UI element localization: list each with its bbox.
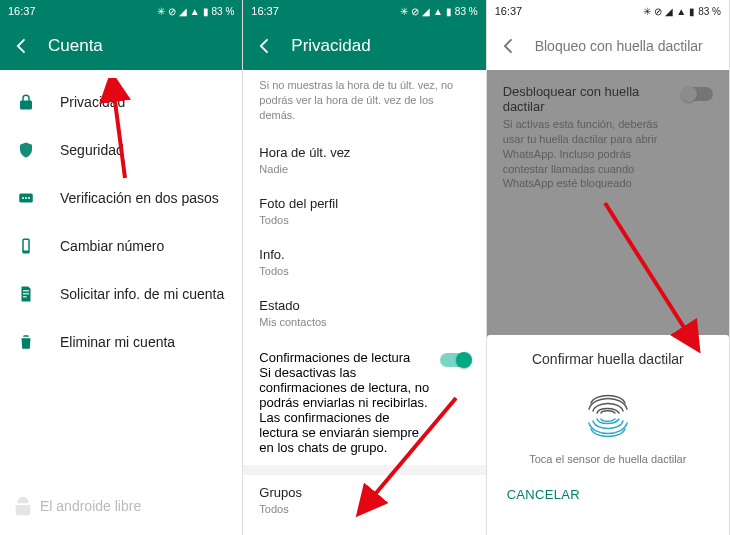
back-icon[interactable] bbox=[499, 36, 519, 56]
list-item-label: Cambiar número bbox=[60, 238, 164, 254]
fingerprint-sheet: Confirmar huella dactilar bbox=[487, 335, 729, 535]
svg-rect-5 bbox=[24, 240, 29, 251]
list-item-two-step[interactable]: Verificación en dos pasos bbox=[0, 174, 242, 222]
battery-icon: ▮ bbox=[203, 6, 209, 17]
privacy-list: Si no muestras la hora de tu últ. vez, n… bbox=[243, 70, 485, 535]
status-bar: 16:37 ✳ ⊘ ◢ ▲ ▮ 83 % bbox=[0, 0, 242, 22]
status-battery: 83 % bbox=[698, 6, 721, 17]
status-battery: 83 % bbox=[212, 6, 235, 17]
priv-item-profile-photo[interactable]: Foto del perfil Todos bbox=[243, 186, 485, 237]
priv-title: Confirmaciones de lectura bbox=[259, 350, 429, 365]
wifi-icon: ▲ bbox=[433, 6, 443, 17]
list-item-delete-account[interactable]: Eliminar mi cuenta bbox=[0, 318, 242, 366]
priv-title: Foto del perfil bbox=[259, 196, 469, 211]
svg-point-1 bbox=[22, 197, 24, 199]
status-battery: 83 % bbox=[455, 6, 478, 17]
list-item-label: Eliminar mi cuenta bbox=[60, 334, 175, 350]
status-right: ✳ ⊘ ◢ ▲ ▮ 83 % bbox=[400, 6, 478, 17]
priv-item-groups[interactable]: Grupos Todos bbox=[243, 475, 485, 526]
status-time: 16:37 bbox=[495, 5, 523, 17]
sheet-title: Confirmar huella dactilar bbox=[532, 351, 684, 367]
priv-item-info[interactable]: Info. Todos bbox=[243, 237, 485, 288]
page-title: Privacidad bbox=[291, 36, 370, 56]
list-item-change-number[interactable]: Cambiar número bbox=[0, 222, 242, 270]
priv-item-read-receipts[interactable]: Confirmaciones de lectura Si desactivas … bbox=[243, 340, 485, 465]
shield-icon bbox=[16, 140, 36, 160]
page-title: Bloqueo con huella dactilar bbox=[535, 38, 703, 54]
priv-sub: Nadie bbox=[259, 162, 469, 176]
svg-point-2 bbox=[25, 197, 27, 199]
priv-title: Hora de últ. vez bbox=[259, 145, 469, 160]
page-title: Cuenta bbox=[48, 36, 103, 56]
bluetooth-icon: ✳ bbox=[400, 6, 408, 17]
dnd-icon: ⊘ bbox=[654, 6, 662, 17]
sheet-text: Toca el sensor de huella dactilar bbox=[529, 453, 686, 465]
trash-icon bbox=[16, 332, 36, 352]
back-icon[interactable] bbox=[255, 36, 275, 56]
priv-sub: Mis contactos bbox=[259, 315, 469, 329]
priv-title: Grupos bbox=[259, 485, 469, 500]
list-item-label: Solicitar info. de mi cuenta bbox=[60, 286, 224, 302]
status-time: 16:37 bbox=[8, 5, 36, 17]
status-right: ✳ ⊘ ◢ ▲ ▮ 83 % bbox=[157, 6, 235, 17]
phone-icon bbox=[16, 236, 36, 256]
signal-icon: ◢ bbox=[665, 6, 673, 17]
svg-rect-7 bbox=[23, 293, 29, 294]
list-item-seguridad[interactable]: Seguridad bbox=[0, 126, 242, 174]
status-bar: 16:37 ✳ ⊘ ◢ ▲ ▮ 83 % bbox=[487, 0, 729, 22]
two-step-icon bbox=[16, 188, 36, 208]
status-right: ✳ ⊘ ◢ ▲ ▮ 83 % bbox=[643, 6, 721, 17]
svg-rect-6 bbox=[23, 290, 29, 291]
priv-title: Estado bbox=[259, 298, 469, 313]
priv-sub: Todos bbox=[259, 213, 469, 227]
lock-icon bbox=[16, 92, 36, 112]
cancel-button[interactable]: CANCELAR bbox=[503, 479, 584, 510]
watermark-text: El androide libre bbox=[40, 498, 141, 514]
toggle-on[interactable] bbox=[440, 353, 470, 367]
priv-sub: Todos bbox=[259, 502, 469, 516]
bluetooth-icon: ✳ bbox=[157, 6, 165, 17]
svg-rect-8 bbox=[23, 296, 27, 297]
watermark: El androide libre bbox=[12, 495, 141, 517]
priv-item-status[interactable]: Estado Mis contactos bbox=[243, 288, 485, 339]
list-item-label: Verificación en dos pasos bbox=[60, 190, 219, 206]
battery-icon: ▮ bbox=[689, 6, 695, 17]
android-icon bbox=[12, 495, 34, 517]
privacy-note: Si no muestras la hora de tu últ. vez, n… bbox=[243, 70, 485, 135]
battery-icon: ▮ bbox=[446, 6, 452, 17]
bluetooth-icon: ✳ bbox=[643, 6, 651, 17]
priv-title: Info. bbox=[259, 247, 469, 262]
dnd-icon: ⊘ bbox=[411, 6, 419, 17]
priv-item-last-seen[interactable]: Hora de últ. vez Nadie bbox=[243, 135, 485, 186]
list-item-label: Seguridad bbox=[60, 142, 124, 158]
fingerprint-icon bbox=[581, 385, 635, 445]
wifi-icon: ▲ bbox=[676, 6, 686, 17]
list-item-label: Privacidad bbox=[60, 94, 125, 110]
list-item-request-info[interactable]: Solicitar info. de mi cuenta bbox=[0, 270, 242, 318]
status-time: 16:37 bbox=[251, 5, 279, 17]
priv-item-live-location[interactable]: Ubicación en tiempo real Ninguno bbox=[243, 526, 485, 535]
wifi-icon: ▲ bbox=[190, 6, 200, 17]
status-bar: 16:37 ✳ ⊘ ◢ ▲ ▮ 83 % bbox=[243, 0, 485, 22]
back-icon[interactable] bbox=[12, 36, 32, 56]
signal-icon: ◢ bbox=[422, 6, 430, 17]
priv-sub: Todos bbox=[259, 264, 469, 278]
document-icon bbox=[16, 284, 36, 304]
signal-icon: ◢ bbox=[179, 6, 187, 17]
account-list: Privacidad Seguridad Verificación en dos… bbox=[0, 70, 242, 366]
divider bbox=[243, 465, 485, 475]
priv-sub: Si desactivas las confirmaciones de lect… bbox=[259, 365, 429, 455]
svg-point-3 bbox=[28, 197, 30, 199]
dnd-icon: ⊘ bbox=[168, 6, 176, 17]
list-item-privacidad[interactable]: Privacidad bbox=[0, 78, 242, 126]
